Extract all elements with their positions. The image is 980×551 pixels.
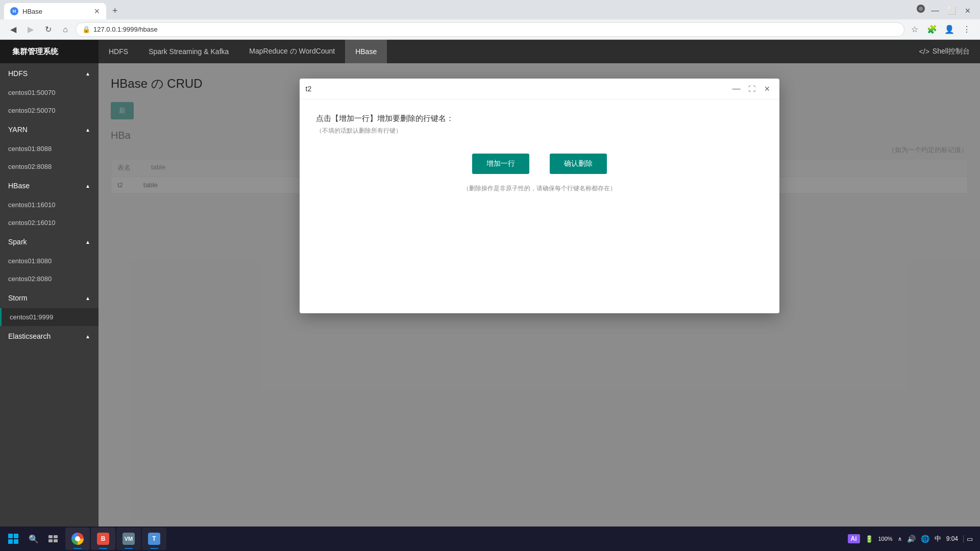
window-maximize-button[interactable]: ⬜ xyxy=(945,5,958,17)
taskbar-search[interactable]: 🔍 xyxy=(24,530,43,548)
dialog-sub-hint: （不填的话默认删除所有行键） xyxy=(316,127,763,135)
app-navbar: 集群管理系统 HDFS Spark Streaming & Kafka MapR… xyxy=(0,40,980,63)
forward-button[interactable]: ▶ xyxy=(23,22,38,37)
tab-close-icon[interactable]: ✕ xyxy=(94,7,100,15)
nav-link-mapreduce[interactable]: MapReduce の WordCount xyxy=(239,40,345,63)
dialog-button-row: 增加一行 确认删除 xyxy=(316,154,763,174)
sidebar: HDFS ▲ centos01:50070 centos02:50070 YAR… xyxy=(0,63,99,527)
sidebar-section-header-hdfs[interactable]: HDFS ▲ xyxy=(0,63,99,84)
taskbar-clock[interactable]: 9:04 xyxy=(946,535,958,543)
language-indicator[interactable]: 中 xyxy=(935,534,941,543)
start-button[interactable] xyxy=(3,529,23,549)
url-text: 127.0.0.1:9999/hbase xyxy=(93,26,158,33)
sidebar-item-centos02-16010[interactable]: centos02:16010 xyxy=(0,214,99,232)
add-row-button[interactable]: 增加一行 xyxy=(472,154,529,174)
nav-link-hdfs[interactable]: HDFS xyxy=(99,40,138,63)
nav-link-spark-kafka[interactable]: Spark Streaming & Kafka xyxy=(138,40,239,63)
task-view-button[interactable] xyxy=(44,530,62,548)
chevron-yarn-icon: ▲ xyxy=(85,127,90,133)
chevron-storm-icon: ▲ xyxy=(85,295,90,301)
dialog-note: （删除操作是非原子性的，请确保每个行键名称都存在） xyxy=(316,184,763,193)
brand: 集群管理系统 xyxy=(0,40,99,63)
battery-charging-icon: 🔋 xyxy=(865,535,873,543)
sidebar-item-centos02-50070[interactable]: centos02:50070 xyxy=(0,102,99,119)
menu-button[interactable]: ⋮ xyxy=(960,22,974,37)
svg-rect-5 xyxy=(48,535,53,538)
new-tab-button[interactable]: + xyxy=(108,6,122,16)
sidebar-section-header-spark[interactable]: Spark ▲ xyxy=(0,232,99,252)
clock-time: 9:04 xyxy=(946,535,958,543)
dialog: t2 — ⛶ ✕ 点击【增加一行】增加要删除的行键名： （不填的话默认删除所有行… xyxy=(300,79,779,313)
dialog-title: t2 xyxy=(306,85,312,93)
window-close-button[interactable]: ✕ xyxy=(962,5,974,17)
sidebar-hbase-label: HBase xyxy=(8,182,30,190)
back-button[interactable]: ◀ xyxy=(6,22,20,37)
record-icon xyxy=(917,5,925,13)
typora-icon: T xyxy=(148,533,160,545)
sidebar-section-yarn: YARN ▲ centos01:8088 centos02:8088 xyxy=(0,119,99,176)
sidebar-item-centos02-8088[interactable]: centos02:8088 xyxy=(0,158,99,176)
sidebar-yarn-label: YARN xyxy=(8,126,28,134)
taskbar-app-bigdata[interactable]: B xyxy=(91,528,115,550)
address-bar-row: ◀ ▶ ↻ ⌂ 🔒 127.0.0.1:9999/hbase ☆ 🧩 👤 ⋮ xyxy=(0,19,980,40)
sidebar-section-spark: Spark ▲ centos01:8080 centos02:8080 xyxy=(0,232,99,288)
extensions-button[interactable]: 🧩 xyxy=(925,22,939,37)
sidebar-section-header-hbase[interactable]: HBase ▲ xyxy=(0,176,99,196)
chevron-hdfs-icon: ▲ xyxy=(85,71,90,77)
svg-rect-2 xyxy=(14,534,18,538)
chevron-elasticsearch-icon: ▲ xyxy=(85,334,90,339)
reload-button[interactable]: ↻ xyxy=(41,22,55,37)
sidebar-item-centos01-8088[interactable]: centos01:8088 xyxy=(0,140,99,158)
sidebar-hdfs-label: HDFS xyxy=(8,69,28,78)
dialog-minimize-button[interactable]: — xyxy=(730,83,743,95)
browser-tab-active[interactable]: H HBase ✕ xyxy=(4,3,106,19)
svg-rect-8 xyxy=(54,539,58,542)
sidebar-section-hbase: HBase ▲ centos01:16010 centos02:16010 xyxy=(0,176,99,232)
volume-icon[interactable]: 🔊 xyxy=(907,535,916,543)
sidebar-item-centos01-8080[interactable]: centos01:8080 xyxy=(0,252,99,270)
dialog-maximize-button[interactable]: ⛶ xyxy=(746,83,758,95)
browser-chrome: H HBase ✕ + — ⬜ ✕ ◀ ▶ ↻ ⌂ 🔒 127.0.0.1:99… xyxy=(0,0,980,40)
show-desktop-button[interactable]: ▭ xyxy=(963,535,973,543)
dialog-close-button[interactable]: ✕ xyxy=(761,83,773,95)
taskbar-app-typora[interactable]: T xyxy=(142,528,166,550)
shell-icon: </> xyxy=(919,47,929,56)
caret-icon[interactable]: ∧ xyxy=(898,536,902,542)
sidebar-section-header-elasticsearch[interactable]: Elasticsearch ▲ xyxy=(0,326,99,346)
svg-rect-6 xyxy=(54,535,58,538)
shell-label: Shell控制台 xyxy=(933,47,970,56)
sidebar-item-centos01-9999[interactable]: centos01:9999 xyxy=(0,308,99,326)
sidebar-section-hdfs: HDFS ▲ centos01:50070 centos02:50070 xyxy=(0,63,99,119)
network-icon[interactable]: 🌐 xyxy=(921,535,929,543)
sidebar-section-header-yarn[interactable]: YARN ▲ xyxy=(0,119,99,140)
taskbar: 🔍 B VM T xyxy=(0,527,980,551)
sidebar-section-storm: Storm ▲ centos01:9999 xyxy=(0,288,99,326)
sidebar-section-header-storm[interactable]: Storm ▲ xyxy=(0,288,99,308)
chevron-spark-icon: ▲ xyxy=(85,239,90,245)
tab-title: HBase xyxy=(22,8,42,15)
taskbar-app-vmware[interactable]: VM xyxy=(116,528,141,550)
bookmark-button[interactable]: ☆ xyxy=(908,22,922,37)
shell-control[interactable]: </> Shell控制台 xyxy=(909,47,980,56)
main-body: HDFS ▲ centos01:50070 centos02:50070 YAR… xyxy=(0,63,980,527)
ai-label[interactable]: Ai xyxy=(848,534,860,543)
sidebar-item-centos02-8080[interactable]: centos02:8080 xyxy=(0,270,99,288)
dialog-instruction: 点击【增加一行】增加要删除的行键名： xyxy=(316,114,763,123)
dialog-controls: — ⛶ ✕ xyxy=(730,83,773,95)
tab-bar: H HBase ✕ + — ⬜ ✕ xyxy=(0,0,980,19)
sidebar-section-elasticsearch: Elasticsearch ▲ xyxy=(0,326,99,346)
dialog-titlebar: t2 — ⛶ ✕ xyxy=(300,79,779,99)
svg-rect-7 xyxy=(48,539,53,542)
sidebar-spark-label: Spark xyxy=(8,238,27,246)
sidebar-item-centos01-16010[interactable]: centos01:16010 xyxy=(0,196,99,214)
window-minimize-button[interactable]: — xyxy=(929,5,941,17)
taskbar-apps: B VM T xyxy=(65,528,166,550)
nav-link-hbase[interactable]: HBase xyxy=(345,40,387,63)
home-button[interactable]: ⌂ xyxy=(58,22,72,37)
taskbar-app-chrome[interactable] xyxy=(65,528,90,550)
confirm-delete-button[interactable]: 确认删除 xyxy=(550,154,607,174)
address-bar[interactable]: 🔒 127.0.0.1:9999/hbase xyxy=(76,22,904,37)
sidebar-item-centos01-50070[interactable]: centos01:50070 xyxy=(0,84,99,102)
profile-button[interactable]: 👤 xyxy=(942,22,957,37)
chevron-hbase-icon: ▲ xyxy=(85,183,90,189)
